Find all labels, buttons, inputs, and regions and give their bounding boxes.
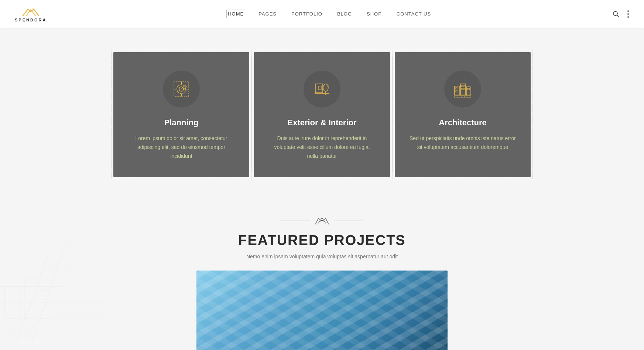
svg-point-2 <box>627 10 629 12</box>
exterior-icon-circle <box>304 71 340 108</box>
search-button[interactable] <box>612 10 620 18</box>
dots-vertical-icon <box>627 10 629 18</box>
ornament-right-line <box>334 221 363 221</box>
svg-rect-38 <box>464 88 465 90</box>
services-section: Planning Lorem ipsum dolor sit amet, con… <box>100 28 544 194</box>
nav-contact[interactable]: CONTACT US <box>397 11 431 17</box>
exterior-card-wrapper: Exterior & Interior Duis aute irure dolo… <box>252 50 392 179</box>
svg-rect-25 <box>315 84 323 93</box>
architecture-desc: Sed ut perspiciatis unde omnis iste natu… <box>410 134 516 152</box>
header-actions <box>612 10 629 18</box>
exterior-desc: Duis aute irure dolor in reprehenderit i… <box>269 134 375 160</box>
svg-line-24 <box>181 88 183 89</box>
svg-rect-34 <box>456 91 457 92</box>
planning-icon <box>171 79 192 99</box>
search-icon <box>612 10 620 18</box>
architecture-icon <box>452 79 473 99</box>
planning-card: Planning Lorem ipsum dolor sit amet, con… <box>113 52 249 177</box>
svg-point-4 <box>627 16 629 18</box>
svg-rect-26 <box>318 86 321 90</box>
planning-card-wrapper: Planning Lorem ipsum dolor sit amet, con… <box>111 50 251 179</box>
nav-pages[interactable]: PAGES <box>258 11 277 17</box>
svg-rect-41 <box>455 96 471 97</box>
svg-line-1 <box>617 15 619 17</box>
planning-icon-circle <box>163 71 200 108</box>
ornament-logo-icon <box>315 216 329 225</box>
logo-text: SPENDORA <box>15 18 47 22</box>
svg-rect-35 <box>462 85 463 87</box>
project-image <box>196 271 448 350</box>
svg-rect-36 <box>464 85 465 87</box>
architecture-title: Architecture <box>439 118 487 128</box>
svg-point-3 <box>627 13 629 15</box>
nav-blog[interactable]: BLOG <box>337 11 352 17</box>
planning-desc: Lorem ipsum dolor sit amet, consectetur … <box>128 134 234 160</box>
svg-rect-37 <box>462 88 463 90</box>
exterior-title: Exterior & Interior <box>287 118 356 128</box>
exterior-card: Exterior & Interior Duis aute irure dolo… <box>254 52 390 177</box>
nav-shop[interactable]: SHOP <box>367 11 382 17</box>
planning-title: Planning <box>164 118 199 128</box>
architecture-icon-circle <box>444 71 481 108</box>
section-ornament <box>7 216 637 225</box>
main-content: Planning Lorem ipsum dolor sit amet, con… <box>0 28 644 350</box>
svg-rect-33 <box>456 88 457 89</box>
architecture-card: Architecture Sed ut perspiciatis unde om… <box>395 52 531 177</box>
logo-icon <box>21 6 41 17</box>
exterior-icon <box>312 79 332 99</box>
header: SPENDORA HOME PAGES PORTFOLIO BLOG SHOP … <box>0 0 644 28</box>
featured-title: FEATURED PROJECTS <box>7 232 637 248</box>
featured-section: FEATURED PROJECTS Nemo enim ipsam volupt… <box>0 194 644 350</box>
ornament-left-line <box>281 221 310 221</box>
architecture-card-wrapper: Architecture Sed ut perspiciatis unde om… <box>393 50 533 179</box>
more-options-button[interactable] <box>627 10 629 18</box>
nav-portfolio[interactable]: PORTFOLIO <box>291 11 322 17</box>
svg-point-27 <box>323 84 328 91</box>
logo[interactable]: SPENDORA <box>15 6 47 22</box>
project-preview <box>7 271 637 350</box>
nav-home[interactable]: HOME <box>228 11 244 17</box>
svg-rect-32 <box>466 87 471 95</box>
image-stripes-2 <box>196 271 448 350</box>
featured-subtitle: Nemo enim ipsam voluptatem quia voluptas… <box>7 254 637 259</box>
svg-rect-39 <box>467 88 470 90</box>
main-nav: HOME PAGES PORTFOLIO BLOG SHOP CONTACT U… <box>228 11 431 17</box>
